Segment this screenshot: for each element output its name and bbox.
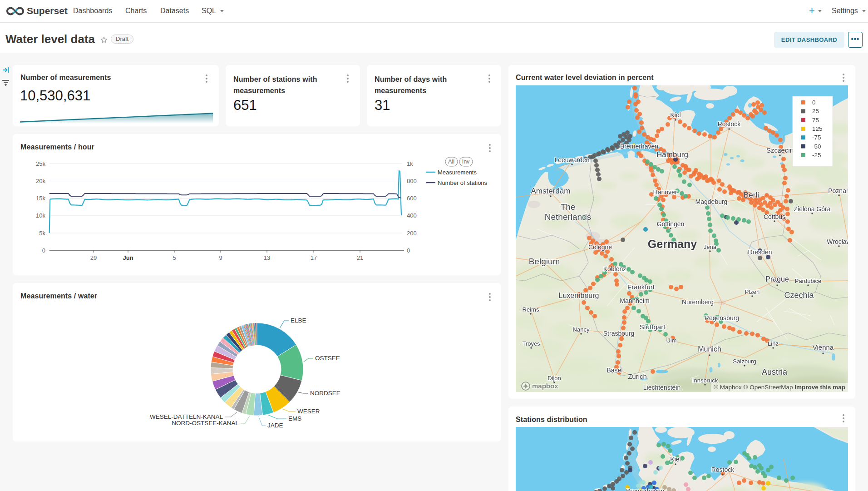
svg-text:Belgium: Belgium xyxy=(529,257,560,266)
svg-text:Dijon: Dijon xyxy=(547,375,561,382)
svg-text:1k: 1k xyxy=(407,160,413,167)
svg-text:-25: -25 xyxy=(812,152,821,159)
svg-text:Netherlands: Netherlands xyxy=(545,212,591,222)
svg-text:Prague: Prague xyxy=(765,275,789,283)
svg-text:Jena: Jena xyxy=(704,243,717,250)
svg-text:Mannheim: Mannheim xyxy=(620,297,649,304)
svg-text:Berli: Berli xyxy=(744,191,759,199)
svg-text:Göttingen: Göttingen xyxy=(657,220,685,228)
svg-text:Magdeburg: Magdeburg xyxy=(695,198,728,205)
svg-text:Koblenz: Koblenz xyxy=(603,265,626,273)
svg-text:Innsbruck: Innsbruck xyxy=(692,377,718,384)
svg-text:29: 29 xyxy=(90,254,97,261)
svg-text:10k: 10k xyxy=(36,212,45,219)
svg-text:© Mapbox © OpenStreetMap Impro: © Mapbox © OpenStreetMap Improve this ma… xyxy=(714,384,845,391)
svg-text:NORDSEE: NORDSEE xyxy=(310,390,340,397)
svg-text:EMS: EMS xyxy=(288,415,301,422)
svg-text:Regensburg: Regensburg xyxy=(705,314,739,322)
svg-text:-75: -75 xyxy=(812,134,821,141)
svg-text:Ulm: Ulm xyxy=(666,337,676,344)
svg-text:Luxembourg: Luxembourg xyxy=(559,292,599,299)
svg-text:Strasbourg: Strasbourg xyxy=(603,330,634,337)
svg-text:WESER: WESER xyxy=(297,408,320,415)
svg-text:Troyes: Troyes xyxy=(522,340,540,347)
svg-text:Stuttgart: Stuttgart xyxy=(640,323,666,331)
svg-text:Salzburg: Salzburg xyxy=(733,358,756,365)
svg-text:Szczecin: Szczecin xyxy=(766,146,794,154)
svg-text:Number of stations: Number of stations xyxy=(438,179,488,186)
svg-text:Dresden: Dresden xyxy=(748,248,772,256)
svg-text:600: 600 xyxy=(407,195,417,202)
svg-text:Vienna: Vienna xyxy=(813,343,834,351)
svg-text:Hanover: Hanover xyxy=(653,188,677,196)
svg-text:Frankfurt: Frankfurt xyxy=(627,283,655,291)
svg-text:Kiel: Kiel xyxy=(670,111,681,119)
svg-text:Pardubice: Pardubice xyxy=(795,278,822,284)
svg-text:Kiel: Kiel xyxy=(670,456,681,463)
svg-text:Hamburg: Hamburg xyxy=(656,150,688,159)
svg-text:All: All xyxy=(448,159,454,165)
svg-text:Zielona Góra: Zielona Góra xyxy=(794,205,831,213)
svg-text:9: 9 xyxy=(219,254,222,261)
svg-text:125: 125 xyxy=(812,125,823,132)
svg-text:20k: 20k xyxy=(36,178,45,184)
svg-text:Basel: Basel xyxy=(607,367,622,374)
svg-text:0: 0 xyxy=(407,247,410,254)
svg-text:Poznań: Poznań xyxy=(828,187,848,194)
svg-text:The: The xyxy=(561,202,576,212)
svg-text:25k: 25k xyxy=(36,160,45,167)
svg-text:Linz: Linz xyxy=(768,340,779,347)
svg-text:Germany: Germany xyxy=(648,238,697,250)
svg-text:Wrocław: Wrocław xyxy=(827,238,848,245)
svg-text:Cottbus: Cottbus xyxy=(764,213,785,220)
svg-text:21: 21 xyxy=(357,254,363,261)
svg-text:Liechtenstein: Liechtenstein xyxy=(643,384,681,391)
svg-text:Nancy: Nancy xyxy=(573,326,590,333)
svg-text:Jun: Jun xyxy=(123,254,133,261)
svg-text:0: 0 xyxy=(812,99,816,106)
svg-text:Rostock: Rostock xyxy=(711,466,735,473)
svg-text:Bremerhaven: Bremerhaven xyxy=(620,143,658,150)
svg-text:400: 400 xyxy=(407,212,417,219)
svg-text:OSTSEE: OSTSEE xyxy=(315,355,340,362)
svg-text:75: 75 xyxy=(812,117,819,124)
svg-text:NORD-OSTSEE-KANAL: NORD-OSTSEE-KANAL xyxy=(172,420,239,427)
svg-text:Munich: Munich xyxy=(698,345,721,353)
svg-text:mapbox: mapbox xyxy=(532,382,558,390)
svg-text:Nuremberg: Nuremberg xyxy=(682,298,714,306)
svg-text:Zurich: Zurich xyxy=(628,372,647,380)
svg-text:Bremerhaven: Bremerhaven xyxy=(626,487,664,491)
svg-text:800: 800 xyxy=(407,178,417,184)
svg-text:Czechia: Czechia xyxy=(784,291,814,300)
svg-text:Reims: Reims xyxy=(523,306,539,313)
svg-text:Rostock: Rostock xyxy=(718,120,741,128)
svg-text:13: 13 xyxy=(264,254,270,261)
svg-text:Austria: Austria xyxy=(762,367,788,377)
svg-text:200: 200 xyxy=(407,230,417,237)
svg-text:WESEL-DATTELN-KANAL: WESEL-DATTELN-KANAL xyxy=(150,413,223,420)
svg-text:ELBE: ELBE xyxy=(291,317,306,324)
svg-text:17: 17 xyxy=(311,254,317,261)
svg-text:15k: 15k xyxy=(36,195,45,202)
svg-text:5: 5 xyxy=(173,254,176,261)
svg-text:Amsterdam: Amsterdam xyxy=(531,187,571,195)
svg-text:Leeuwarden: Leeuwarden xyxy=(554,156,589,164)
svg-text:Cologne: Cologne xyxy=(588,243,612,251)
svg-text:Inv: Inv xyxy=(462,159,470,165)
svg-text:JADE: JADE xyxy=(267,422,283,429)
svg-text:0: 0 xyxy=(42,247,45,254)
svg-text:25: 25 xyxy=(812,108,819,114)
svg-text:Plzeň: Plzeň xyxy=(745,288,760,295)
svg-text:-50: -50 xyxy=(812,143,821,150)
svg-text:5k: 5k xyxy=(39,230,45,237)
svg-text:Measurements: Measurements xyxy=(438,169,477,176)
